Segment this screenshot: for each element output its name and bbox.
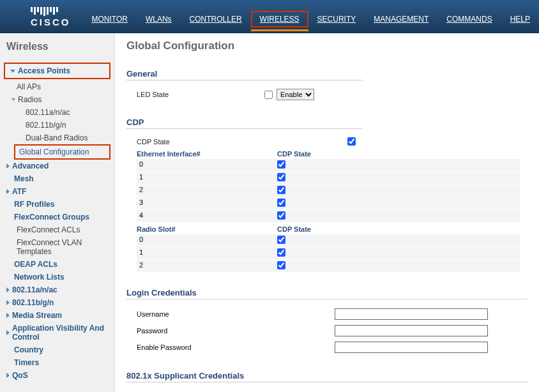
chevron-right-icon [6, 373, 10, 378]
chevron-right-icon [6, 163, 10, 169]
section-cdp-title: CDP [126, 117, 363, 129]
nav-management[interactable]: MANAGEMENT [365, 11, 437, 27]
page-title: Global Configuration [126, 40, 528, 52]
enable-password-input[interactable] [335, 342, 488, 353]
logo-bars-icon [31, 7, 82, 16]
nav-wlans[interactable]: WLANs [137, 11, 181, 27]
sidebar-item-oeap-acls[interactable]: OEAP ACLs [4, 258, 110, 271]
radio-1-checkbox[interactable] [277, 248, 285, 257]
eth-row-4: 4 [137, 210, 520, 222]
led-state-label: LED State [137, 91, 264, 98]
cdp-state-row: CDP State [137, 135, 520, 147]
username-input[interactable] [335, 308, 488, 320]
sidebar-item-atf[interactable]: ATF [4, 185, 110, 198]
sidebar-item-all-aps[interactable]: All APs [4, 80, 110, 93]
sidebar-item-80211a[interactable]: 802.11a/n/ac [4, 283, 110, 296]
sidebar-item-radio-11b[interactable]: 802.11b/g/n [4, 119, 110, 132]
radio-row-1: 1 [137, 247, 520, 259]
nav-commands[interactable]: COMMANDS [437, 11, 501, 27]
username-label: Username [137, 310, 335, 318]
nav-controller[interactable]: CONTROLLER [181, 11, 251, 27]
sidebar-item-radio-11a[interactable]: 802.11a/n/ac [4, 106, 110, 119]
eth-row-2: 2 [137, 185, 520, 197]
sidebar-item-rf-profiles[interactable]: RF Profiles [4, 198, 110, 211]
enable-password-row: Enable Password [137, 339, 520, 356]
sidebar-item-radio-dual[interactable]: Dual-Band Radios [4, 132, 110, 144]
chevron-down-icon [11, 98, 15, 101]
main-nav: MONITOR WLANs CONTROLLER WIRELESS SECURI… [82, 11, 539, 33]
sidebar-item-80211b[interactable]: 802.11b/g/n [4, 296, 110, 309]
password-input[interactable] [335, 325, 488, 336]
sidebar-item-media-stream[interactable]: Media Stream [4, 309, 110, 322]
sidebar-item-country[interactable]: Country [4, 343, 110, 356]
radio-2-checkbox[interactable] [277, 261, 285, 269]
chevron-right-icon [6, 330, 10, 335]
radio-row-0: 0 [137, 234, 520, 246]
sidebar-item-access-points[interactable]: Access Points [8, 64, 107, 77]
chevron-right-icon [6, 287, 10, 292]
eth-row-0: 0 [137, 159, 520, 171]
eth-2-checkbox[interactable] [277, 186, 285, 194]
sidebar-item-global-config-highlight: Global Configuration [14, 144, 110, 160]
nav-wireless[interactable]: WIRELESS [251, 11, 308, 27]
sidebar-item-qos[interactable]: QoS [4, 369, 110, 382]
nav-security[interactable]: SECURITY [308, 11, 365, 27]
sidebar: Wireless Access Points All APs Radios 80… [0, 33, 115, 392]
sidebar-item-app-visibility[interactable]: Application Visibility And Control [4, 322, 110, 343]
section-login: Username Password Enable Password [126, 302, 528, 362]
password-row: Password [137, 322, 520, 339]
radio-row-2: 2 [137, 260, 520, 272]
sidebar-item-timers[interactable]: Timers [4, 356, 110, 369]
logo-text: CISCO [31, 17, 82, 27]
eth-row-1: 1 [137, 172, 520, 184]
led-state-checkbox[interactable] [264, 91, 273, 99]
sidebar-item-network-lists[interactable]: Network Lists [4, 271, 110, 283]
radio-cdp-header-col: CDP State [277, 225, 311, 233]
sidebar-item-flexconnect-vlan[interactable]: FlexConnect VLAN Templates [4, 236, 110, 258]
cdp-state-label: CDP State [137, 138, 347, 146]
sidebar-title: Wireless [4, 38, 110, 61]
section-general-title: General [126, 69, 363, 80]
section-dot1x-title: 802.1x Supplicant Credentials [126, 371, 528, 382]
section-cdp: CDP State Ethernet Interface# CDP State … [126, 132, 528, 279]
eth-row-3: 3 [137, 197, 520, 209]
led-state-row: LED State Enable [137, 87, 520, 102]
nav-monitor[interactable]: MONITOR [82, 11, 136, 27]
main-area: Wireless Access Points All APs Radios 80… [0, 33, 539, 392]
radio-0-checkbox[interactable] [277, 236, 285, 244]
enable-password-label: Enable Password [137, 343, 335, 351]
eth-3-checkbox[interactable] [277, 199, 285, 207]
username-row: Username [137, 306, 520, 322]
eth-table-header: Ethernet Interface# CDP State [137, 147, 520, 159]
eth-1-checkbox[interactable] [277, 173, 285, 181]
cdp-header-col: CDP State [277, 150, 311, 158]
chevron-right-icon [6, 189, 10, 194]
sidebar-item-flexconnect-groups[interactable]: FlexConnect Groups [4, 211, 110, 223]
eth-0-checkbox[interactable] [277, 160, 285, 169]
cdp-state-checkbox[interactable] [347, 137, 356, 146]
sidebar-item-global-config[interactable]: Global Configuration [17, 146, 108, 158]
sidebar-item-flexconnect-acls[interactable]: FlexConnect ACLs [4, 223, 110, 236]
section-login-title: Login Credentials [126, 288, 528, 299]
eth-header-col: Ethernet Interface# [137, 150, 277, 158]
radio-header-col: Radio Slot# [137, 225, 277, 233]
chevron-right-icon [6, 313, 10, 318]
radio-table-header: Radio Slot# CDP State [137, 223, 520, 234]
sidebar-item-mesh[interactable]: Mesh [4, 172, 110, 185]
sidebar-item-access-points-highlight: Access Points [4, 63, 110, 79]
led-state-select[interactable]: Enable [277, 89, 314, 100]
section-general: LED State Enable [126, 83, 528, 109]
chevron-right-icon [6, 300, 10, 305]
password-label: Password [137, 327, 335, 335]
content-area: Global Configuration General LED State E… [115, 33, 539, 392]
nav-help[interactable]: HELP [501, 11, 539, 27]
top-bar: CISCO MONITOR WLANs CONTROLLER WIRELESS … [0, 0, 539, 33]
eth-4-checkbox[interactable] [277, 211, 285, 220]
sidebar-item-advanced[interactable]: Advanced [4, 160, 110, 172]
chevron-down-icon [10, 70, 15, 73]
cisco-logo: CISCO [0, 7, 82, 33]
sidebar-item-radios[interactable]: Radios [4, 93, 110, 106]
